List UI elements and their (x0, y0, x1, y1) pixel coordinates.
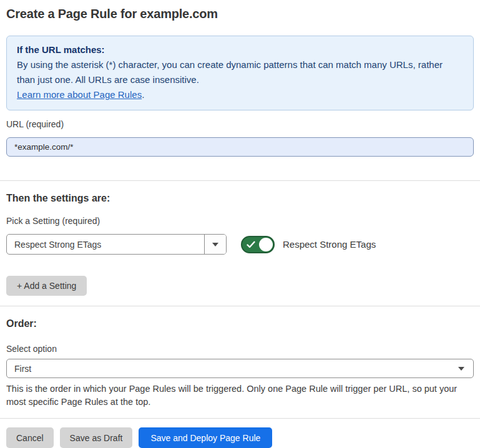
toggle-label: Respect Strong ETags (283, 239, 376, 250)
caret-down-icon (458, 367, 464, 371)
url-input[interactable] (6, 137, 474, 157)
cancel-button[interactable]: Cancel (6, 427, 54, 448)
info-box-body: By using the asterisk (*) character, you… (17, 57, 463, 87)
respect-strong-etags-toggle[interactable] (241, 236, 275, 253)
link-period: . (142, 89, 144, 100)
order-heading: Order: (6, 306, 474, 329)
url-label: URL (required) (6, 119, 474, 129)
caret-down-glyph (212, 243, 218, 246)
setting-row: Respect Strong ETags Respect Strong ETag… (6, 234, 474, 255)
setting-toggle-group: Respect Strong ETags (241, 236, 376, 253)
learn-more-link[interactable]: Learn more about Page Rules (17, 89, 142, 100)
url-match-info-box: If the URL matches: By using the asteris… (6, 36, 474, 110)
order-select-value: First (14, 364, 31, 374)
setting-select[interactable]: Respect Strong ETags (6, 234, 227, 255)
page-title: Create a Page Rule for example.com (6, 0, 474, 21)
info-box-heading: If the URL matches: (17, 42, 463, 57)
order-help-text: This is the order in which your Page Rul… (6, 382, 474, 409)
add-setting-button[interactable]: + Add a Setting (6, 276, 87, 296)
order-select[interactable]: First (6, 359, 474, 378)
check-icon (247, 241, 255, 248)
save-and-deploy-button[interactable]: Save and Deploy Page Rule (139, 427, 272, 448)
info-box-link-row: Learn more about Page Rules. (17, 87, 463, 102)
caret-down-icon[interactable] (204, 235, 226, 254)
order-select-label: Select option (6, 344, 474, 354)
toggle-knob (259, 238, 273, 251)
settings-heading: Then the settings are: (6, 181, 474, 204)
footer-divider (0, 418, 480, 419)
save-as-draft-button[interactable]: Save as Draft (60, 427, 133, 448)
action-buttons: Cancel Save as Draft Save and Deploy Pag… (6, 427, 474, 448)
setting-select-value: Respect Strong ETags (7, 235, 204, 254)
pick-setting-label: Pick a Setting (required) (6, 216, 474, 226)
page-rule-form: Create a Page Rule for example.com If th… (0, 0, 480, 448)
